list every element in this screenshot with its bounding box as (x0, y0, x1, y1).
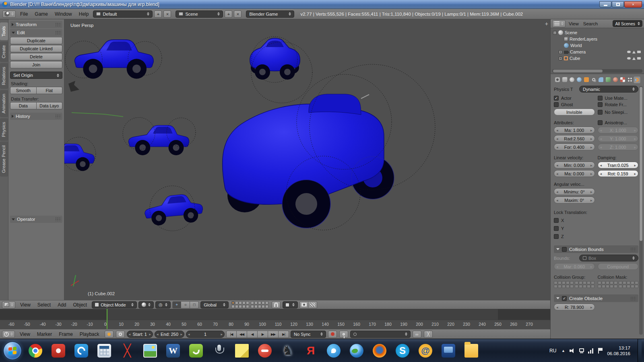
blue-browser-icon[interactable] (71, 340, 92, 361)
angular-min-field[interactable]: Minimu: 0° (554, 188, 595, 195)
collision-layer-cell[interactable] (583, 285, 586, 288)
blue-car-object[interactable] (143, 193, 204, 227)
mass-field[interactable]: Ma: 1.000 (554, 127, 595, 134)
tool-tab-relations[interactable]: Relations (0, 63, 8, 89)
collision-layer-cell[interactable] (606, 285, 609, 288)
tool-tab-tools[interactable]: Tools (0, 23, 8, 40)
selectability-icon[interactable] (632, 57, 636, 60)
layer-cell[interactable] (262, 305, 265, 308)
ghost-checkbox[interactable]: Ghost (554, 102, 595, 107)
language-indicator[interactable]: RU (549, 348, 556, 354)
flag-icon[interactable] (597, 348, 603, 354)
layer-cell[interactable] (251, 301, 254, 304)
end-frame-field[interactable]: End: 250 (155, 331, 184, 338)
layer-cell[interactable] (242, 305, 246, 308)
render-opengl-anim-button[interactable] (308, 301, 317, 309)
snipping-tool-icon[interactable] (117, 340, 138, 361)
menu-search[interactable]: Search (581, 21, 600, 27)
data-button[interactable]: Data (10, 102, 37, 109)
transport-button-0[interactable]: |◀ (226, 331, 237, 338)
menu-help[interactable]: Help (76, 10, 92, 18)
visibility-icon[interactable] (627, 51, 631, 53)
google-earth-icon[interactable] (346, 340, 367, 361)
tool-tab-animation[interactable]: Animation (0, 90, 8, 117)
checkbox-checked-icon[interactable] (562, 296, 567, 301)
expand-icon[interactable]: + (559, 57, 562, 60)
outliner-item-cube[interactable]: +Cube (551, 55, 644, 62)
calculator-icon[interactable] (94, 340, 115, 361)
tool-tab-create[interactable]: Create (0, 41, 8, 62)
sync-dropdown[interactable]: No Sync (291, 331, 326, 338)
panel-history[interactable]: History (10, 113, 62, 120)
collision-layer-cell[interactable] (575, 285, 578, 288)
velocity-max-field[interactable]: Ma: 0.000 (554, 170, 595, 177)
expand-icon[interactable]: + (559, 50, 562, 54)
menu-marker[interactable]: Marker (34, 331, 55, 338)
collision-layer-cell[interactable] (583, 281, 586, 284)
manipulator-scale-button[interactable]: □ (190, 301, 199, 309)
collision-layer-cell[interactable] (602, 285, 605, 288)
collision-layer-cell[interactable] (635, 281, 638, 284)
start-frame-field[interactable]: Start: 1 (127, 331, 153, 338)
start-button[interactable] (3, 341, 22, 360)
insert-keyframe-button[interactable]: ∞ (413, 331, 421, 338)
blue-car-object[interactable] (75, 40, 154, 79)
editor-type-info-button[interactable] (2, 10, 16, 18)
collision-layer-cell[interactable] (623, 281, 626, 284)
collision-layer-cell[interactable] (587, 285, 590, 288)
collision-layer-cell[interactable] (619, 281, 622, 284)
collision-layer-cell[interactable] (614, 281, 617, 284)
physics-type-dropdown[interactable]: Dynamic (579, 86, 638, 93)
radius-field[interactable]: Rad:2.560 (554, 135, 595, 142)
yandex-icon[interactable] (300, 340, 321, 361)
damping-translation-field[interactable]: Tran:0.025 (598, 162, 639, 169)
add-layout-button[interactable]: + (154, 10, 162, 18)
minimize-button[interactable] (599, 1, 611, 8)
collision-bounds-panel-header[interactable]: Collision Bounds (554, 245, 638, 253)
transport-button-2[interactable]: ◀ (247, 331, 258, 338)
editor-type-timeline-button[interactable] (2, 331, 15, 338)
checkbox-icon[interactable] (562, 247, 567, 252)
expand-icon[interactable]: - (553, 31, 557, 35)
screen-layout-selector[interactable]: Default (93, 10, 153, 18)
smooth-button[interactable]: Smooth (10, 87, 37, 94)
layer-cell[interactable] (265, 301, 268, 304)
properties-tab-constraints[interactable] (590, 76, 597, 83)
mail-ru-icon[interactable] (415, 340, 436, 361)
collision-layer-cell[interactable] (566, 285, 570, 288)
menu-add[interactable]: Add (54, 301, 69, 309)
delete-layout-button[interactable]: × (163, 10, 171, 18)
properties-tab-material[interactable] (612, 76, 619, 83)
collision-layer-cell[interactable] (606, 281, 609, 284)
collision-layer-cell[interactable] (579, 285, 582, 288)
collision-layer-cell[interactable] (554, 285, 557, 288)
layer-cell[interactable] (242, 301, 246, 304)
outliner-scrollbar[interactable] (552, 69, 642, 73)
collision-layer-cell[interactable] (570, 281, 574, 284)
delete-button[interactable]: Delete (10, 53, 62, 60)
scrollbar-thumb[interactable] (553, 70, 603, 72)
layer-cell[interactable] (251, 305, 254, 308)
tool-tab-grease-pencil[interactable]: Grease Pencil (0, 142, 8, 177)
collision-layer-cell[interactable] (623, 285, 626, 288)
editor-type-3d-view-button[interactable] (2, 301, 15, 309)
collision-layer-cell[interactable] (602, 281, 605, 284)
collision-layer-cell[interactable] (610, 281, 613, 284)
properties-tab-object[interactable] (583, 76, 590, 83)
pivot-dropdown[interactable]: ◎ (155, 301, 171, 309)
arrow-up-icon[interactable] (560, 348, 566, 354)
layer-cell[interactable] (231, 301, 235, 304)
manipulator-translate-button[interactable]: + (172, 301, 181, 309)
close-button[interactable]: × (624, 1, 642, 8)
visibility-icon[interactable] (627, 57, 631, 60)
menu-view[interactable]: View (17, 301, 34, 309)
panel-operator[interactable]: Operator (10, 216, 62, 223)
collision-layer-cell[interactable] (619, 285, 622, 288)
data-layout-button[interactable]: Data Layo (37, 102, 63, 109)
render-opengl-button[interactable] (299, 301, 308, 309)
layer-cell[interactable] (231, 305, 235, 308)
collision-layer-cell[interactable] (631, 281, 634, 284)
snap-magnet-button[interactable] (272, 301, 281, 309)
flat-button[interactable]: Flat (37, 87, 63, 94)
join-button[interactable]: Join (10, 61, 62, 68)
